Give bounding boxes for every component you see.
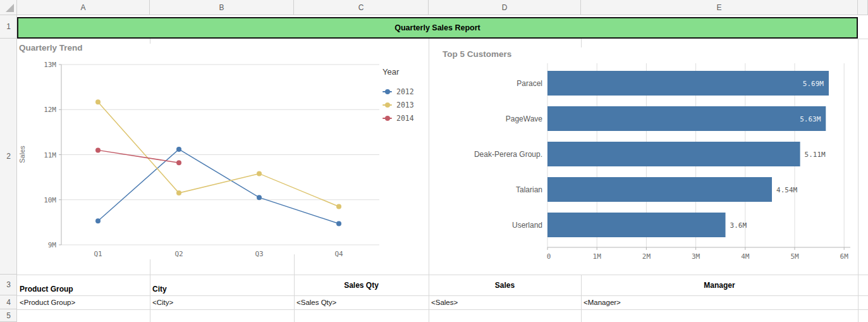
x-axis-tick-label: 5M xyxy=(790,252,799,261)
column-header-bar: A B C D E xyxy=(0,0,868,15)
x-axis-tick-label: 6M xyxy=(840,252,849,261)
legend-item-2012[interactable]: 2012 xyxy=(382,85,414,98)
data-point-2012[interactable] xyxy=(95,218,101,223)
legend-item-2014[interactable]: 2014 xyxy=(382,111,414,125)
legend-item-2013[interactable]: 2013 xyxy=(382,98,414,111)
bar-value-label: 5.69M xyxy=(803,80,824,88)
y-axis-tick-label: 12M xyxy=(44,106,56,114)
bar-value-label: 3.6M xyxy=(730,221,747,230)
row-header-bar: 1 2 3 4 5 xyxy=(0,15,17,322)
data-point-2014[interactable] xyxy=(176,160,181,165)
bar-userland[interactable] xyxy=(547,213,726,237)
legend-title: Year xyxy=(382,67,414,77)
column-header-d[interactable]: D xyxy=(429,0,581,15)
legend-marker-icon xyxy=(382,116,392,121)
quarterly-trend-chart[interactable]: 9M10M11M12M13MQ1Q2Q3Q4Sales xyxy=(17,39,428,275)
data-point-2012[interactable] xyxy=(336,221,341,226)
data-point-2013[interactable] xyxy=(336,204,341,209)
line-chart-legend: Year 201220132014 xyxy=(382,67,414,125)
y-axis-tick-label: 11M xyxy=(44,151,56,159)
table-cell-sales[interactable]: <Sales> xyxy=(429,295,581,309)
table-header-manager[interactable]: Manager xyxy=(581,275,858,295)
legend-label: 2012 xyxy=(396,87,414,96)
table-cell-city[interactable]: <City> xyxy=(150,295,294,309)
title-banner-cell[interactable]: Quarterly Sales Report xyxy=(17,17,858,39)
legend-label: 2013 xyxy=(396,101,414,109)
data-point-2012[interactable] xyxy=(176,147,181,152)
row-header-3[interactable]: 3 xyxy=(0,275,17,295)
column-header-c[interactable]: C xyxy=(294,0,429,15)
table-header-product-group[interactable]: Product Group xyxy=(17,275,150,295)
table-header-sales[interactable]: Sales xyxy=(429,275,581,295)
bar-category-label: Deak-Perera Group. xyxy=(474,150,542,159)
legend-marker-icon xyxy=(382,89,392,94)
x-axis-tick-label: Q3 xyxy=(255,250,263,258)
row-header-4[interactable]: 4 xyxy=(0,295,17,309)
legend-label: 2014 xyxy=(396,114,414,123)
row-header-1[interactable]: 1 xyxy=(0,15,17,39)
data-point-2013[interactable] xyxy=(95,99,101,104)
y-axis-tick-label: 10M xyxy=(44,196,56,204)
x-axis-tick-label: 2M xyxy=(642,252,651,261)
bar-category-label: Talarian xyxy=(516,185,542,194)
column-header-e[interactable]: E xyxy=(581,0,858,15)
x-axis-tick-label: 1M xyxy=(593,252,602,261)
data-point-2012[interactable] xyxy=(257,195,262,200)
x-axis-tick-label: 3M xyxy=(692,252,700,261)
y-axis-title: Sales xyxy=(18,146,26,163)
gridline xyxy=(17,309,868,310)
data-point-2013[interactable] xyxy=(176,190,181,195)
top5-customers-chart[interactable]: 01M2M3M4M5M6MParacel5.69MPageWave5.63MDe… xyxy=(430,39,868,275)
bar-value-label: 4.54M xyxy=(776,186,797,194)
column-header-b[interactable]: B xyxy=(150,0,294,15)
series-line-2013 xyxy=(98,102,339,206)
y-axis-tick-label: 9M xyxy=(48,241,57,249)
x-axis-tick-label: Q4 xyxy=(334,250,343,258)
bar-value-label: 5.63M xyxy=(800,115,821,123)
report-title: Quarterly Sales Report xyxy=(394,23,480,32)
spreadsheet: A B C D E 1 2 3 4 5 Quarterly Sales Repo… xyxy=(0,0,868,322)
bar-pagewave[interactable] xyxy=(547,106,826,131)
legend-marker-icon xyxy=(382,102,392,108)
series-line-2014 xyxy=(98,150,179,163)
row-header-2[interactable]: 2 xyxy=(0,39,17,275)
x-axis-tick-label: 4M xyxy=(741,252,750,261)
table-cell-product-group[interactable]: <Product Group> xyxy=(17,295,150,309)
table-cell-manager[interactable]: <Manager> xyxy=(581,295,858,309)
table-header-sales-qty[interactable]: Sales Qty xyxy=(294,275,429,295)
column-header-partial[interactable] xyxy=(858,0,868,15)
bar-deak-perera-group-[interactable] xyxy=(547,142,800,166)
bar-category-label: Paracel xyxy=(517,79,542,88)
bar-value-label: 5.11M xyxy=(805,151,826,159)
data-point-2013[interactable] xyxy=(257,171,262,176)
x-axis-tick-label: 0 xyxy=(547,252,551,261)
x-axis-tick-label: Q2 xyxy=(174,250,183,258)
bar-paracel[interactable] xyxy=(547,71,829,96)
row-header-5[interactable]: 5 xyxy=(0,309,17,322)
select-all-corner[interactable] xyxy=(0,0,17,15)
column-header-a[interactable]: A xyxy=(17,0,150,15)
y-axis-tick-label: 13M xyxy=(44,61,56,69)
bar-category-label: Userland xyxy=(512,221,542,230)
data-point-2014[interactable] xyxy=(95,147,101,152)
bar-talarian[interactable] xyxy=(547,177,772,202)
series-line-2012 xyxy=(98,149,339,224)
table-header-city[interactable]: City xyxy=(150,275,294,295)
select-all-triangle-icon xyxy=(6,4,14,12)
bar-category-label: PageWave xyxy=(506,115,543,123)
table-cell-sales-qty[interactable]: <Sales Qty> xyxy=(294,295,429,309)
x-axis-tick-label: Q1 xyxy=(94,250,102,258)
